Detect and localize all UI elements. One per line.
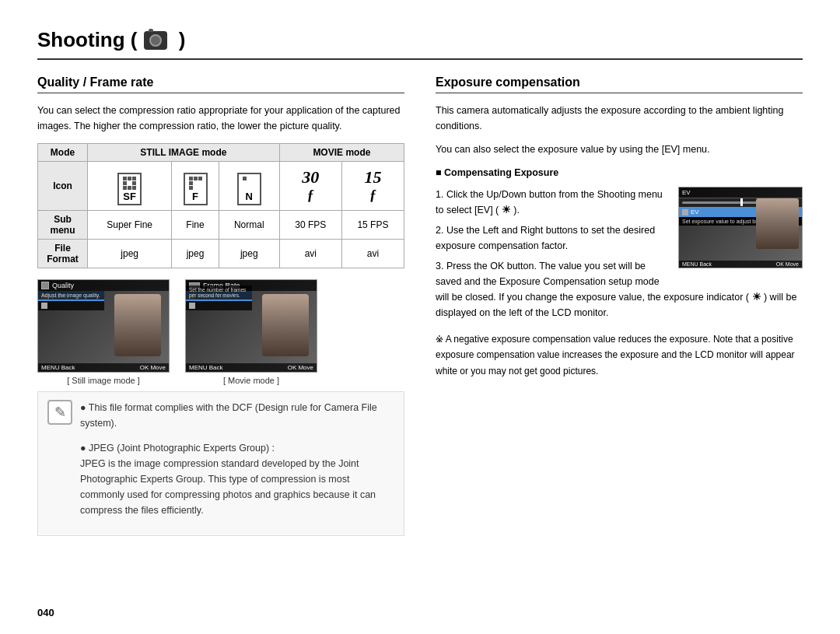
ev-screenshot: EV EV Set exposure value to adjust brigh… — [678, 187, 803, 268]
table-cell-jpeg2: jpeg — [172, 240, 219, 268]
step-1-text: 1. Click the Up/Down button from the Sho… — [436, 189, 663, 215]
movie-menu: Frame Rate Set the number of frames per … — [186, 291, 252, 310]
ev-slider-thumb — [740, 198, 743, 206]
table-cell-avi1: avi — [279, 240, 341, 268]
table-cell-avi2: avi — [341, 240, 404, 268]
table-cell-30fps-icon: 30ƒ — [279, 162, 341, 211]
table-header-mode: Mode — [38, 144, 88, 162]
right-section-title: Exposure compensation — [436, 75, 803, 93]
ev-move-label: OK Move — [776, 261, 799, 267]
table-row-format: FileFormat jpeg jpeg jpeg avi avi — [38, 240, 404, 268]
title-bracket: ) — [173, 28, 186, 52]
f-label: F — [192, 191, 198, 201]
still-mode-screenshot-wrap: Quality Quality Adjust the image — [37, 279, 170, 385]
table-cell-15fps: 15 FPS — [341, 211, 404, 240]
note-star: ※ A negative exposure compensation value… — [436, 331, 803, 379]
15fps-icon-text: 15ƒ — [364, 167, 381, 204]
movie-move-label: OK Move — [288, 364, 313, 371]
table-cell-submenu-label: Sub menu — [38, 211, 88, 240]
movie-desc-bar: Set the number of frames per second for … — [186, 285, 252, 299]
still-move-label: OK Move — [140, 364, 166, 371]
still-mode-screenshot: Quality Quality Adjust the image — [37, 279, 170, 373]
movie-mode-screenshot-wrap: Frame Rate Frame Rate Set the number of … — [185, 279, 317, 385]
still-top-label: Quality — [52, 282, 74, 289]
note-bullet-1: ● This file format complies with the DCF… — [80, 400, 394, 431]
movie-mode-screenshot: Frame Rate Frame Rate Set the number of … — [185, 279, 317, 373]
table-cell-15fps-icon: 15ƒ — [341, 162, 404, 211]
right-column: Exposure compensation This camera automa… — [436, 75, 803, 536]
ev-back-label: MENU Back — [682, 261, 712, 267]
table-cell-f-icon: F — [172, 162, 219, 211]
movie-caption: [ Movie mode ] — [223, 376, 279, 385]
left-section-title: Quality / Frame rate — [37, 75, 404, 93]
ev-menu-icon — [682, 209, 688, 215]
page-number: 040 — [37, 607, 54, 618]
quality-table: Mode STILL IMAGE mode MOVIE mode Icon — [37, 143, 404, 268]
note-text: ● This file format complies with the DCF… — [80, 400, 394, 527]
ev-label: EV — [682, 189, 691, 196]
n-label: N — [246, 191, 253, 201]
still-top-bar: Quality — [38, 280, 169, 291]
still-desc-bar: Adjust the image quality. — [38, 291, 104, 299]
compensating-label: ■ Compensating Exposure — [436, 165, 803, 180]
title-text: Shooting ( — [37, 28, 138, 52]
still-back-label: MENU Back — [41, 364, 75, 371]
ev-menu-label: EV — [691, 208, 699, 215]
camera-icon — [144, 31, 167, 50]
still-menu-item2 — [38, 301, 104, 310]
step-3-text: 3. Press the OK button. The value you se… — [436, 261, 796, 318]
page-title: Shooting ( ) — [37, 28, 803, 52]
ev-person — [756, 198, 799, 249]
table-row-icon: Icon — [38, 162, 404, 211]
movie-person — [262, 294, 309, 356]
table-header-movie: MOVIE mode — [279, 144, 404, 162]
page: Shooting ( ) Quality / Frame rate You ca… — [0, 0, 840, 634]
left-description: You can select the compression ratio app… — [37, 103, 404, 134]
still-bottom-bar: MENU Back OK Move — [38, 363, 169, 372]
table-cell-jpeg1: jpeg — [88, 240, 172, 268]
step-2-text: 2. Use the Left and Right buttons to set… — [436, 225, 655, 251]
table-cell-icon-label: Icon — [38, 162, 88, 211]
left-column: Quality / Frame rate You can select the … — [37, 75, 404, 536]
table-cell-jpeg3: jpeg — [219, 240, 279, 268]
movie-menu-icon2 — [189, 303, 195, 309]
table-header-still: STILL IMAGE mode — [88, 144, 280, 162]
right-intro2: You can also select the exposure value b… — [436, 142, 803, 157]
ev-bottom-bar: MENU Back OK Move — [679, 261, 802, 268]
still-person — [114, 294, 161, 356]
table-cell-30fps: 30 FPS — [279, 211, 341, 240]
still-top-icon — [41, 282, 49, 289]
movie-back-label: MENU Back — [189, 364, 223, 371]
table-cell-format-label: FileFormat — [38, 240, 88, 268]
sf-label: SF — [123, 191, 136, 201]
still-caption: [ Still image mode ] — [67, 376, 140, 385]
still-menu: Quality Adjust the image quality. — [38, 291, 104, 310]
30fps-icon-text: 30ƒ — [302, 167, 319, 204]
table-cell-normal: Normal — [219, 211, 279, 240]
right-intro1: This camera automatically adjusts the ex… — [436, 103, 803, 134]
title-divider — [37, 58, 803, 60]
still-menu-icon2 — [41, 303, 47, 309]
note-box: ✎ ● This file format complies with the D… — [37, 391, 404, 536]
ev-top-bar: EV — [679, 187, 802, 198]
note-bullet-2: ● JPEG (Joint Photographic Experts Group… — [80, 440, 394, 518]
note-icon: ✎ — [47, 400, 72, 425]
screenshots-row: Quality Quality Adjust the image — [37, 279, 404, 385]
movie-bottom-bar: MENU Back OK Move — [186, 363, 317, 372]
table-row-submenu: Sub menu Super Fine Fine Normal 30 FPS 1… — [38, 211, 404, 240]
two-col-layout: Quality / Frame rate You can select the … — [37, 75, 803, 536]
table-cell-sf-icon: SF — [88, 162, 172, 211]
table-cell-super-fine: Super Fine — [88, 211, 172, 240]
table-cell-fine: Fine — [172, 211, 219, 240]
table-cell-n-icon: N — [219, 162, 279, 211]
movie-menu-item2 — [186, 301, 252, 310]
